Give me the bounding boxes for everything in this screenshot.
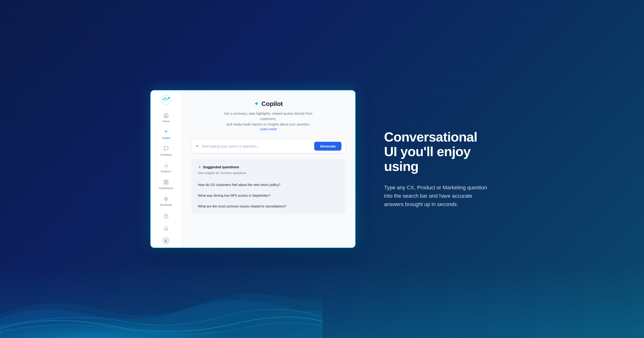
copilot-sparkle-icon: ✦ — [254, 100, 259, 108]
sidebar: Home Copilot — [151, 91, 182, 247]
copilot-heading: Copilot — [262, 100, 283, 108]
svg-rect-8 — [164, 183, 166, 184]
app-logo — [160, 94, 172, 105]
suggested-subtitle: See insights for common questions — [198, 171, 339, 175]
workflows-icon — [164, 196, 169, 203]
sidebar-item-feedback-label: Feedback — [160, 153, 172, 156]
home-icon — [164, 113, 169, 119]
suggested-questions-panel: ✦ Suggested questions See insights for c… — [191, 159, 346, 214]
app-window: Home Copilot — [150, 90, 356, 248]
search-input[interactable] — [202, 144, 314, 148]
search-sparkle-icon: ✦ — [196, 143, 199, 149]
svg-rect-7 — [166, 183, 168, 184]
user-avatar[interactable]: L — [162, 237, 170, 245]
copilot-description-line1: Get a summary, data highlights, related … — [218, 111, 318, 122]
right-panel-body: Type any CX, Product or Marketing questi… — [384, 183, 489, 209]
svg-rect-6 — [166, 180, 168, 182]
learn-more-link[interactable]: Learn more — [260, 127, 277, 131]
sidebar-item-feedback[interactable]: Feedback — [151, 143, 182, 159]
sidebar-item-home[interactable]: Home — [151, 110, 182, 125]
analytics-icon — [164, 163, 169, 169]
sidebar-item-workflows-label: Workflows — [160, 203, 172, 206]
feedback-icon — [164, 146, 169, 152]
sidebar-item-copilot-label: Copilot — [162, 136, 170, 139]
question-item-2[interactable]: What was driving low NPS scores in Septe… — [198, 190, 339, 201]
svg-marker-9 — [164, 197, 168, 201]
svg-point-1 — [168, 97, 170, 98]
right-panel-headline: Conversational UI you'll enjoy using — [384, 129, 489, 174]
suggested-sparkle-icon: ✦ — [198, 165, 201, 169]
sidebar-item-home-label: Home — [162, 120, 170, 123]
right-panel: Conversational UI you'll enjoy using Typ… — [380, 125, 494, 213]
help-button[interactable] — [162, 212, 170, 221]
main-content: ✦ Copilot Get a summary, data highlights… — [182, 91, 355, 247]
sidebar-item-dashboards[interactable]: Dashboards — [151, 177, 182, 193]
svg-rect-5 — [164, 180, 166, 182]
generate-button[interactable]: Generate — [314, 142, 341, 150]
sidebar-bottom: L — [162, 209, 170, 247]
question-item-3[interactable]: What are the most common issues related … — [198, 201, 339, 208]
copilot-header: ✦ Copilot Get a summary, data highlights… — [218, 100, 318, 131]
sidebar-item-analytics[interactable]: Analytics — [151, 160, 182, 176]
sidebar-item-dashboards-label: Dashboards — [159, 187, 173, 190]
notifications-button[interactable] — [162, 224, 170, 233]
dashboards-icon — [164, 180, 169, 186]
question-item-1[interactable]: How do US customers feel about the new r… — [198, 180, 339, 190]
search-bar: ✦ Generate — [191, 139, 346, 153]
sidebar-nav: Home Copilot — [151, 110, 182, 209]
sidebar-item-analytics-label: Analytics — [161, 170, 171, 173]
copilot-icon — [164, 129, 169, 135]
copilot-title: ✦ Copilot — [218, 100, 318, 108]
suggested-title: Suggested questions — [203, 165, 239, 169]
sidebar-item-workflows[interactable]: Workflows — [151, 193, 182, 209]
copilot-description-line2: and ready-made reports on insights about… — [218, 122, 318, 127]
sidebar-item-copilot[interactable]: Copilot — [151, 126, 182, 142]
suggested-header: ✦ Suggested questions — [198, 165, 339, 169]
svg-point-0 — [161, 95, 171, 104]
